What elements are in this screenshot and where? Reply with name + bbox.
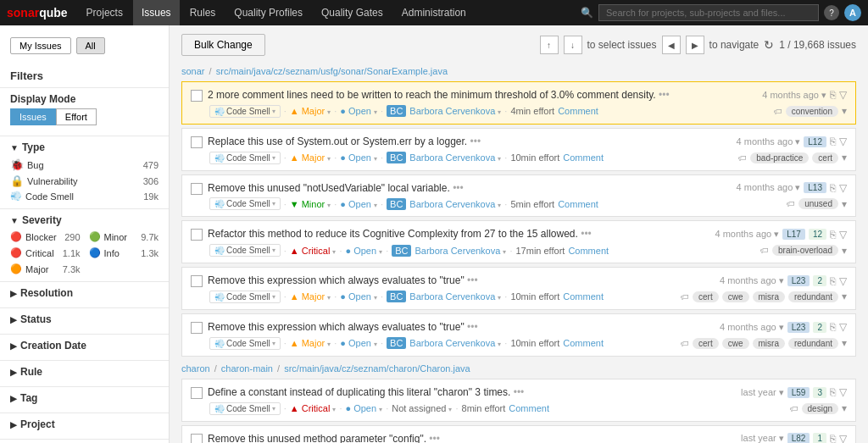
severity-section-title[interactable]: ▼ Severity (10, 214, 159, 226)
filter-icon[interactable]: ▽ (839, 89, 847, 101)
severity-badge[interactable]: ▲ Critical ▾ (290, 246, 337, 256)
type-badge[interactable]: 💨 Code Smell ▾ (209, 291, 281, 303)
more-tags-icon[interactable]: ▾ (842, 245, 847, 257)
type-badge[interactable]: 💨 Code Smell ▾ (209, 337, 281, 350)
comment-link[interactable]: Comment (509, 403, 549, 413)
tag-cwe[interactable]: cwe (722, 291, 749, 302)
filter-icon[interactable]: ▽ (839, 229, 847, 241)
filter-critical[interactable]: 🔴 Critical 1.1k (10, 246, 81, 260)
assignee-name[interactable]: Barbora Cervenkova ▾ (409, 106, 501, 116)
comment-link[interactable]: Comment (563, 291, 604, 302)
tag-redundant[interactable]: redundant (788, 338, 838, 349)
issue-checkbox[interactable] (191, 136, 203, 148)
resolution-title[interactable]: ▶ Resolution (10, 287, 159, 299)
status-title[interactable]: ▶ Status (10, 313, 159, 325)
filter-icon[interactable]: ▽ (839, 182, 847, 194)
filter-info[interactable]: 🔵 Info 1.3k (89, 246, 159, 260)
not-assigned[interactable]: Not assigned ▾ (392, 403, 452, 413)
comment-link[interactable]: Comment (558, 199, 598, 209)
comment-link[interactable]: Comment (558, 106, 598, 116)
status-badge[interactable]: ● Open ▾ (345, 246, 382, 256)
filter-icon[interactable]: ▽ (839, 386, 847, 398)
tag-misra[interactable]: misra (753, 338, 785, 349)
share-icon[interactable]: ⎘ (830, 136, 836, 147)
more-tags-icon[interactable]: ▾ (842, 402, 847, 414)
share-icon[interactable]: ⎘ (830, 229, 836, 241)
share-icon[interactable]: ⎘ (830, 182, 836, 194)
type-badge[interactable]: 💨 Code Smell ▾ (209, 152, 281, 164)
filter-bug[interactable]: 🐞 Bug 479 (10, 157, 159, 173)
assignee-name[interactable]: Barbora Cervenkova ▾ (409, 291, 501, 302)
filter-code-smell[interactable]: 💨 Code Smell 19k (10, 189, 159, 203)
issues-mode-button[interactable]: Issues (10, 108, 56, 125)
nav-quality-profiles[interactable]: Quality Profiles (225, 0, 311, 25)
status-badge[interactable]: ● Open ▾ (340, 291, 377, 302)
refresh-icon[interactable]: ↻ (764, 38, 774, 52)
filter-vulnerability[interactable]: 🔒 Vulnerability 306 (10, 173, 159, 189)
issue-checkbox[interactable] (191, 90, 203, 102)
more-tags-icon[interactable]: ▾ (842, 291, 847, 302)
status-badge[interactable]: ● Open ▾ (340, 106, 377, 116)
breadcrumb-path-2[interactable]: src/main/java/cz/seznam/charon/Charon.ja… (284, 363, 470, 374)
filter-icon[interactable]: ▽ (839, 275, 847, 287)
nav-quality-gates[interactable]: Quality Gates (313, 0, 392, 25)
type-section-title[interactable]: ▼ Type (10, 141, 159, 153)
filter-icon[interactable]: ▽ (839, 433, 847, 443)
status-badge[interactable]: ● Open ▾ (340, 199, 377, 209)
tag-design[interactable]: design (802, 403, 838, 414)
assignee-name[interactable]: Barbora Cervenkova ▾ (409, 338, 501, 348)
severity-badge[interactable]: ▲ Critical ▾ (290, 403, 337, 413)
share-icon[interactable]: ⎘ (830, 386, 836, 398)
search-input[interactable] (598, 4, 819, 21)
more-tags-icon[interactable]: ▾ (842, 198, 847, 210)
bulk-change-button[interactable]: Bulk Change (181, 34, 265, 56)
issue-checkbox[interactable] (191, 229, 203, 241)
all-button[interactable]: All (76, 37, 105, 54)
issue-checkbox[interactable] (191, 387, 203, 399)
my-issues-button[interactable]: My Issues (10, 37, 71, 54)
type-badge[interactable]: 💨 Code Smell ▾ (209, 244, 281, 257)
nav-prev-arrow[interactable]: ◀ (662, 36, 681, 54)
status-badge[interactable]: ● Open ▾ (345, 403, 382, 413)
nav-next-arrow[interactable]: ▶ (686, 36, 704, 54)
breadcrumb-path-1[interactable]: src/main/java/cz/seznam/usfg/sonar/Sonar… (216, 66, 448, 76)
rule-title[interactable]: ▶ Rule (10, 366, 159, 378)
severity-badge[interactable]: ▲ Major ▾ (290, 106, 331, 116)
tag-convention[interactable]: convention (786, 106, 838, 117)
filter-minor[interactable]: 🟢 Minor 9.7k (89, 230, 159, 244)
tag-cert[interactable]: cert (693, 291, 719, 302)
help-icon[interactable]: ? (824, 5, 839, 20)
breadcrumb-charon[interactable]: charon (181, 363, 210, 374)
tag-cert[interactable]: cert (693, 338, 719, 349)
avatar[interactable]: A (844, 4, 861, 21)
type-badge[interactable]: 💨 Code Smell ▾ (209, 402, 281, 415)
severity-badge[interactable]: ▲ Major ▾ (290, 152, 331, 163)
type-badge[interactable]: 💨 Code Smell ▾ (209, 197, 281, 210)
tag-cert[interactable]: cert (812, 152, 838, 163)
breadcrumb-charon-main[interactable]: charon-main (221, 363, 273, 374)
assignee-name[interactable]: Barbora Cervenkova ▾ (415, 246, 506, 256)
more-tags-icon[interactable]: ▾ (842, 152, 847, 163)
filter-icon[interactable]: ▽ (839, 321, 847, 333)
creation-date-title[interactable]: ▶ Creation Date (10, 340, 159, 352)
project-title[interactable]: ▶ Project (10, 418, 159, 430)
issue-checkbox[interactable] (191, 275, 203, 287)
nav-administration[interactable]: Administration (393, 0, 475, 25)
tag-title[interactable]: ▶ Tag (10, 392, 159, 404)
status-badge[interactable]: ● Open ▾ (340, 338, 377, 348)
issue-checkbox[interactable] (191, 322, 203, 334)
nav-down-arrow[interactable]: ↓ (564, 36, 582, 54)
assignee-name[interactable]: Barbora Cervenkova ▾ (409, 152, 501, 163)
tag-misra[interactable]: misra (753, 291, 785, 302)
assignee-name[interactable]: Barbora Cervenkova ▾ (409, 199, 501, 209)
tag-redundant[interactable]: redundant (788, 291, 838, 302)
tag-cwe[interactable]: cwe (722, 338, 749, 349)
comment-link[interactable]: Comment (568, 246, 609, 256)
severity-badge[interactable]: ▼ Minor ▾ (290, 199, 331, 209)
share-icon[interactable]: ⎘ (830, 433, 836, 443)
type-badge[interactable]: 💨 Code Smell ▾ (209, 105, 281, 118)
nav-issues[interactable]: Issues (133, 0, 180, 25)
severity-badge[interactable]: ▲ Major ▾ (290, 291, 331, 302)
nav-projects[interactable]: Projects (78, 0, 131, 25)
filter-blocker[interactable]: 🔴 Blocker 290 (10, 230, 81, 244)
